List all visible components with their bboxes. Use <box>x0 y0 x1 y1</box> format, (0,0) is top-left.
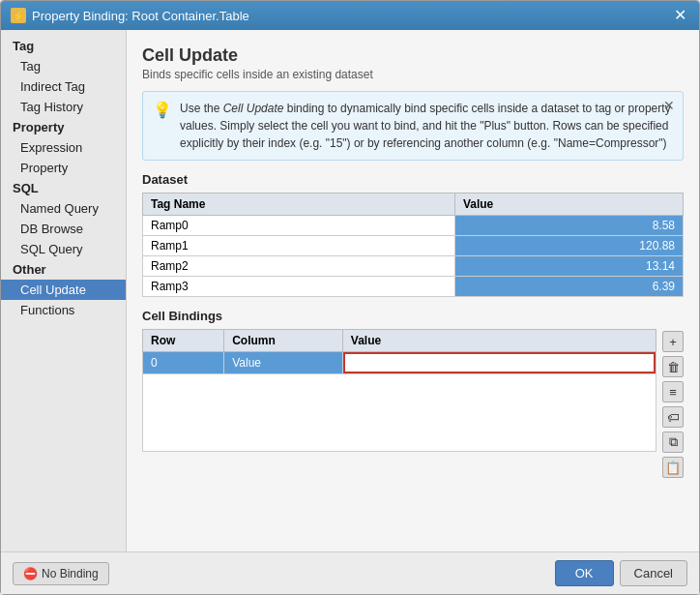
bindings-col-value: Value <box>342 330 656 352</box>
bindings-table-wrap: Row Column Value 0 Value <box>142 329 656 536</box>
list-button[interactable]: ≡ <box>662 381 684 402</box>
empty-rows <box>143 374 656 452</box>
content-area: Tag Tag Indirect Tag Tag History Propert… <box>1 30 699 551</box>
no-binding-icon: ⛔ <box>23 567 38 580</box>
sidebar-section-sql: SQL <box>1 178 126 198</box>
close-button[interactable]: ✕ <box>670 6 689 25</box>
table-row[interactable]: 0 Value <box>143 352 656 374</box>
add-binding-button[interactable]: + <box>662 331 684 352</box>
title-bar: ⚡ Property Binding: Root Container.Table… <box>1 1 699 30</box>
dataset-col-tag-name: Tag Name <box>143 193 455 216</box>
window-title: Property Binding: Root Container.Table <box>32 9 249 23</box>
sidebar-item-functions[interactable]: Functions <box>1 300 126 320</box>
bindings-buttons: + 🗑 ≡ 🏷 ⧉ 📋 <box>662 329 684 536</box>
window-icon: ⚡ <box>11 8 26 23</box>
value-cell: 13.14 <box>454 256 683 277</box>
title-bar-left: ⚡ Property Binding: Root Container.Table <box>11 8 249 23</box>
copy-button[interactable]: ⧉ <box>662 431 684 453</box>
sidebar-section-property: Property <box>1 117 126 137</box>
bindings-col-row: Row <box>143 330 224 352</box>
tag-button[interactable]: 🏷 <box>662 406 684 428</box>
binding-row-cell: 0 <box>143 352 224 374</box>
delete-binding-button[interactable]: 🗑 <box>662 356 684 377</box>
cancel-button[interactable]: Cancel <box>620 560 687 586</box>
bottom-bar: ⛔ No Binding OK Cancel <box>1 551 699 594</box>
main-window: ⚡ Property Binding: Root Container.Table… <box>0 0 700 595</box>
sidebar-item-cell-update[interactable]: Cell Update <box>1 280 126 300</box>
tag-name-cell: Ramp3 <box>143 277 455 297</box>
table-row <box>143 374 656 452</box>
table-row: Ramp2 13.14 <box>143 256 684 277</box>
value-cell: 120.88 <box>454 236 683 256</box>
sidebar: Tag Tag Indirect Tag Tag History Propert… <box>1 30 127 551</box>
info-icon: 💡 <box>153 101 172 119</box>
binding-column-cell: Value <box>224 352 343 374</box>
table-row: Ramp3 6.39 <box>143 277 684 297</box>
sidebar-item-tag-history[interactable]: Tag History <box>1 97 126 117</box>
dataset-col-value: Value <box>454 193 683 216</box>
dataset-table: Tag Name Value Ramp0 8.58 Ramp1 120.88 R… <box>142 193 684 297</box>
info-box: 💡 Use the Cell Update binding to dynamic… <box>142 91 684 161</box>
sidebar-item-expression[interactable]: Expression <box>1 137 126 158</box>
tag-name-cell: Ramp0 <box>143 216 455 236</box>
sidebar-item-tag[interactable]: Tag <box>1 56 126 76</box>
no-binding-label: No Binding <box>42 567 99 580</box>
bottom-right-buttons: OK Cancel <box>555 560 687 586</box>
panel-subtitle: Binds specific cells inside an existing … <box>142 68 684 81</box>
value-cell: 6.39 <box>454 277 683 297</box>
sidebar-item-indirect-tag[interactable]: Indirect Tag <box>1 76 126 97</box>
dataset-label: Dataset <box>142 172 684 187</box>
ok-button[interactable]: OK <box>555 560 614 586</box>
sidebar-item-named-query[interactable]: Named Query <box>1 198 126 219</box>
sidebar-item-db-browse[interactable]: DB Browse <box>1 219 126 239</box>
main-panel: Cell Update Binds specific cells inside … <box>127 30 699 551</box>
sidebar-section-tag: Tag <box>1 36 126 56</box>
info-close-button[interactable]: ✕ <box>663 98 675 113</box>
cell-bindings-area: Row Column Value 0 Value <box>142 329 684 536</box>
paste-button[interactable]: 📋 <box>662 457 684 478</box>
tag-name-cell: Ramp1 <box>143 236 455 256</box>
sidebar-section-other: Other <box>1 259 126 280</box>
panel-title: Cell Update <box>142 45 684 66</box>
no-binding-button[interactable]: ⛔ No Binding <box>13 562 109 585</box>
table-row: Ramp1 120.88 <box>143 236 684 256</box>
bindings-col-column: Column <box>224 330 343 352</box>
bindings-table: Row Column Value 0 Value <box>142 329 656 452</box>
binding-value-input[interactable] <box>343 352 656 373</box>
value-cell: 8.58 <box>454 216 683 236</box>
cell-bindings-label: Cell Bindings <box>142 309 684 323</box>
table-row: Ramp0 8.58 <box>143 216 684 236</box>
info-text: Use the Cell Update binding to dynamical… <box>180 100 673 152</box>
sidebar-item-sql-query[interactable]: SQL Query <box>1 239 126 259</box>
tag-name-cell: Ramp2 <box>143 256 455 277</box>
sidebar-item-property[interactable]: Property <box>1 158 126 178</box>
binding-value-cell <box>342 352 656 374</box>
